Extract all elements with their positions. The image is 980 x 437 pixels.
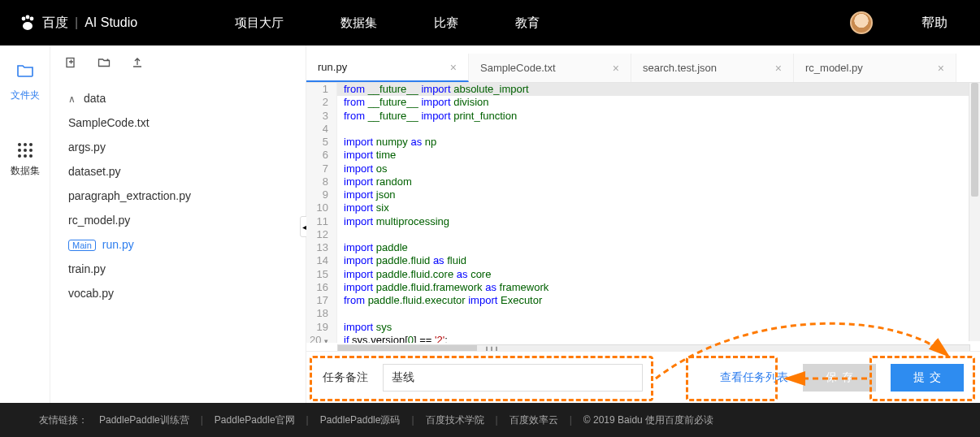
file-vocab[interactable]: vocab.py xyxy=(65,281,296,305)
new-folder-icon[interactable] xyxy=(98,57,111,71)
baidu-paw-icon xyxy=(16,11,39,34)
svg-point-1 xyxy=(26,15,30,19)
nav-help[interactable]: 帮助 xyxy=(921,15,947,32)
leftrail: 文件夹 数据集 xyxy=(0,45,50,403)
rail-files[interactable]: 文件夹 xyxy=(11,63,40,102)
filepanel: data SampleCode.txt args.py dataset.py p… xyxy=(50,45,306,403)
tab-rc-model[interactable]: rc_model.py× xyxy=(794,54,956,82)
footer-label: 友情链接： xyxy=(39,413,88,427)
nav-contest[interactable]: 比赛 xyxy=(434,15,458,31)
submit-button[interactable]: 提交 xyxy=(891,364,964,392)
view-tasks-link[interactable]: 查看任务列表 xyxy=(720,370,788,385)
tab-samplecode[interactable]: SampleCode.txt× xyxy=(469,54,631,82)
code-scroll: 1from __future__ import absolute_import … xyxy=(306,83,980,343)
code-line: if sys.version[0] == '2': xyxy=(337,334,448,343)
code-line: import paddle.fluid as fluid xyxy=(337,254,466,267)
brand-studio: AI Studio xyxy=(85,15,137,30)
code-line: from paddle.fluid.executor import Execut… xyxy=(337,294,542,307)
code-line: import os xyxy=(337,162,387,175)
v-scrollbar[interactable] xyxy=(969,83,980,341)
code-line: import sys xyxy=(337,321,392,334)
editor-col: ◀ run.py× SampleCode.txt× search.test.js… xyxy=(306,45,980,403)
code-line: import multiprocessing xyxy=(337,215,449,228)
close-icon[interactable]: × xyxy=(450,61,457,74)
rail-files-label: 文件夹 xyxy=(11,89,40,101)
file-train[interactable]: train.py xyxy=(65,257,296,281)
nav-right: 帮助 xyxy=(850,11,980,34)
nav: 项目大厅 数据集 比赛 教育 xyxy=(235,15,540,31)
nav-dataset[interactable]: 数据集 xyxy=(340,15,377,31)
code-line: import paddle.fluid.framework as framewo… xyxy=(337,281,549,294)
footer-link-techcollege[interactable]: 百度技术学院 xyxy=(426,413,484,427)
file-dataset[interactable]: dataset.py xyxy=(65,159,296,184)
datasets-icon xyxy=(11,132,40,158)
code-line: import paddle.fluid.core as core xyxy=(337,268,491,281)
code-line: from __future__ import absolute_import xyxy=(337,83,529,96)
folder-icon xyxy=(11,63,40,82)
new-file-icon[interactable] xyxy=(65,57,76,71)
actionbar: 任务备注 查看任务列表 保存 提交 xyxy=(306,351,980,403)
footer: 友情链接： PaddlePaddle训练营| PaddlePaddle官网| P… xyxy=(0,403,980,437)
main: 文件夹 数据集 data SampleCode.txt args.py data… xyxy=(0,45,980,403)
tab-run-label: run.py xyxy=(318,61,347,73)
code-line: import random xyxy=(337,175,412,188)
footer-copyright: © 2019 Baidu 使用百度前必读 xyxy=(583,413,713,427)
footer-link-official[interactable]: PaddlePaddle官网 xyxy=(215,413,295,427)
filetree: data SampleCode.txt args.py dataset.py p… xyxy=(50,81,306,305)
avatar[interactable] xyxy=(850,11,873,34)
close-icon[interactable]: × xyxy=(938,62,944,75)
brand-baidu: 百度 xyxy=(42,15,68,32)
file-run-label: run.py xyxy=(102,238,134,251)
tabs: run.py× SampleCode.txt× search.test.json… xyxy=(306,54,980,83)
nav-edu[interactable]: 教育 xyxy=(515,15,540,31)
tab-search-json[interactable]: search.test.json× xyxy=(631,54,794,82)
footer-link-source[interactable]: PaddlePaddle源码 xyxy=(320,413,401,427)
svg-point-3 xyxy=(23,22,33,30)
logo[interactable]: 百度 | AI Studio xyxy=(0,11,137,34)
footer-link-efficiency[interactable]: 百度效率云 xyxy=(510,413,558,427)
tab-run[interactable]: run.py× xyxy=(306,54,469,82)
file-args[interactable]: args.py xyxy=(65,135,296,159)
nav-hall[interactable]: 项目大厅 xyxy=(235,15,284,31)
close-icon[interactable]: × xyxy=(775,62,782,75)
file-rc-model[interactable]: rc_model.py xyxy=(65,208,296,232)
code-line: import paddle xyxy=(337,241,408,254)
code-line: import time xyxy=(337,149,396,162)
code-line: from __future__ import division xyxy=(337,96,489,109)
code-line: from __future__ import print_function xyxy=(337,110,517,123)
upload-icon[interactable] xyxy=(132,57,143,71)
topbar: 百度 | AI Studio 项目大厅 数据集 比赛 教育 帮助 xyxy=(0,0,980,45)
task-note-input[interactable] xyxy=(383,364,643,392)
folder-data[interactable]: data xyxy=(65,86,296,110)
rail-datasets[interactable]: 数据集 xyxy=(11,132,40,178)
code-line: import numpy as np xyxy=(337,136,436,149)
footer-link-training[interactable]: PaddlePaddle训练营 xyxy=(99,413,189,427)
close-icon[interactable]: × xyxy=(613,62,619,75)
code-line: import six xyxy=(337,201,389,214)
svg-point-0 xyxy=(22,17,26,21)
brand-sep: | xyxy=(75,15,78,30)
rail-datasets-label: 数据集 xyxy=(11,165,40,176)
main-badge: Main xyxy=(68,240,96,251)
tab-search-json-label: search.test.json xyxy=(643,62,717,74)
svg-point-2 xyxy=(30,17,34,21)
task-note-label: 任务备注 xyxy=(323,370,368,385)
tab-rc-model-label: rc_model.py xyxy=(805,62,863,74)
code-line: import json xyxy=(337,188,396,201)
code-line xyxy=(337,228,344,241)
code-line xyxy=(337,307,344,320)
svg-rect-4 xyxy=(67,58,74,67)
file-samplecode[interactable]: SampleCode.txt xyxy=(65,110,296,135)
code-line xyxy=(337,123,344,136)
tab-samplecode-label: SampleCode.txt xyxy=(480,62,556,74)
file-toolbar xyxy=(50,45,306,81)
save-button[interactable]: 保存 xyxy=(803,364,876,392)
file-paragraph-extraction[interactable]: paragraph_extraction.py xyxy=(65,184,296,208)
file-run[interactable]: Mainrun.py xyxy=(65,232,296,257)
